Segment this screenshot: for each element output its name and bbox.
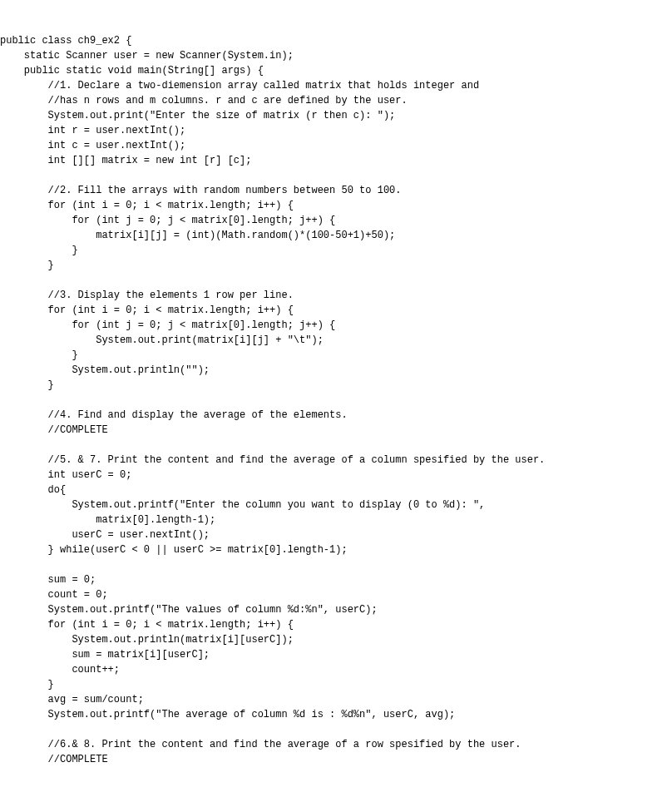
- code-line: //has n rows and m columns. r and c are …: [0, 95, 408, 106]
- code-line: System.out.printf("Enter the column you …: [0, 499, 485, 511]
- code-line: } while(userC < 0 || userC >= matrix[0].…: [0, 544, 348, 556]
- code-line: }: [0, 260, 54, 271]
- code-line: }: [0, 349, 78, 361]
- code-line: //1. Declare a two-diemension array call…: [0, 80, 479, 92]
- code-line: System.out.print(matrix[i][j] + "\t");: [0, 334, 324, 346]
- code-line: int c = user.nextInt();: [0, 140, 185, 151]
- code-block: public class ch9_ex2 { static Scanner us…: [0, 33, 672, 797]
- code-line: for (int i = 0; i < matrix.length; i++) …: [0, 200, 294, 211]
- code-line: System.out.println("");: [0, 364, 210, 376]
- code-line: System.out.printf("The values of column …: [0, 604, 378, 616]
- code-line: static Scanner user = new Scanner(System…: [0, 50, 294, 62]
- code-line: do{: [0, 484, 66, 496]
- code-line: sum = matrix[i][userC];: [0, 649, 210, 661]
- code-line: }: [0, 379, 54, 391]
- code-line: sum = 0;: [0, 574, 96, 586]
- code-line: for (int j = 0; j < matrix[0].length; j+…: [0, 215, 335, 226]
- code-line: //3. Display the elements 1 row per line…: [0, 290, 294, 301]
- code-line: avg = sum/count;: [0, 694, 144, 705]
- code-line: System.out.println(matrix[i][userC]);: [0, 634, 294, 646]
- code-line: //6.& 8. Print the content and find the …: [0, 739, 521, 750]
- code-line: //2. Fill the arrays with random numbers…: [0, 185, 401, 196]
- code-line: int [][] matrix = new int [r] [c];: [0, 155, 251, 166]
- code-line: }: [0, 679, 54, 691]
- code-line: int r = user.nextInt();: [0, 125, 185, 136]
- code-line: public class ch9_ex2 {: [0, 35, 131, 47]
- code-line: userC = user.nextInt();: [0, 529, 210, 541]
- code-line: count = 0;: [0, 589, 108, 601]
- code-line: matrix[i][j] = (int)(Math.random()*(100-…: [0, 230, 395, 241]
- code-line: //COMPLETE: [0, 754, 108, 765]
- code-line: public static void main(String[] args) {: [0, 65, 264, 77]
- code-line: System.out.print("Enter the size of matr…: [0, 110, 395, 121]
- code-line: //5. & 7. Print the content and find the…: [0, 454, 545, 466]
- code-line: for (int j = 0; j < matrix[0].length; j+…: [0, 319, 335, 331]
- code-line: count++;: [0, 664, 120, 676]
- code-line: matrix[0].length-1);: [0, 514, 215, 526]
- code-line: int userC = 0;: [0, 469, 131, 481]
- code-line: System.out.printf("The average of column…: [0, 709, 455, 720]
- code-line: }: [0, 245, 78, 256]
- code-line: for (int i = 0; i < matrix.length; i++) …: [0, 619, 294, 631]
- code-line: //COMPLETE: [0, 424, 108, 436]
- code-line: //4. Find and display the average of the…: [0, 409, 348, 421]
- code-line: for (int i = 0; i < matrix.length; i++) …: [0, 304, 294, 316]
